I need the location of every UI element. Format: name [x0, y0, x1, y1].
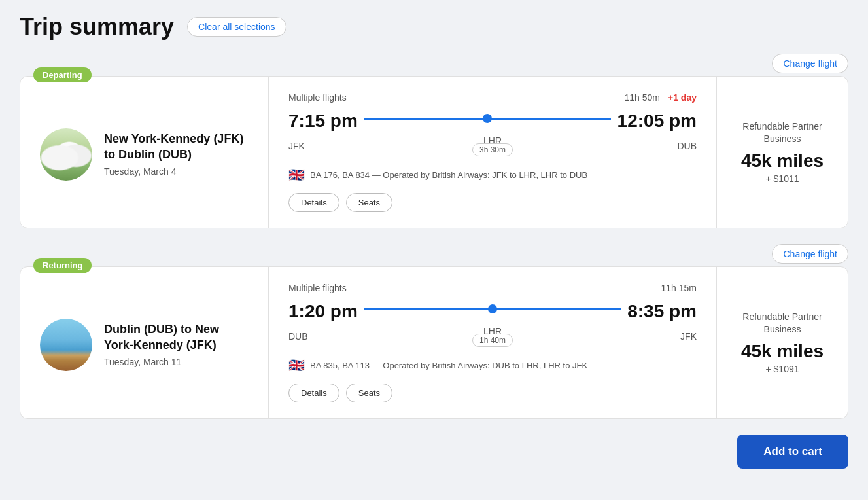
returning-section: Change flight Returning Dublin (DUB) to … — [20, 244, 848, 419]
returning-flight-card: Returning Dublin (DUB) to New York-Kenne… — [20, 266, 848, 419]
add-to-cart-button[interactable]: Add to cart — [737, 435, 848, 469]
departing-cash: + $1011 — [766, 173, 799, 184]
returning-cash: + $1091 — [766, 364, 799, 374]
returning-details-button[interactable]: Details — [288, 384, 339, 402]
returning-cabin-class: Refundable Partner Business — [730, 311, 835, 336]
departing-section: Change flight Departing New York-Kennedy… — [20, 54, 848, 228]
departing-times-row: 7:15 pm 12:05 pm — [288, 111, 697, 132]
departing-duration: 11h 50m — [625, 92, 660, 103]
page-header: Trip summary Clear all selections — [20, 13, 848, 41]
british-airways-icon-return: 🇬🇧 — [288, 357, 305, 373]
departing-dot — [483, 114, 492, 123]
change-flight-button-return[interactable]: Change flight — [772, 244, 848, 264]
returning-card-right: Refundable Partner Business 45k miles + … — [717, 267, 848, 418]
british-airways-icon-depart: 🇬🇧 — [288, 167, 305, 183]
departing-depart-airport: JFK — [288, 141, 315, 151]
change-flight-row-return: Change flight — [20, 244, 848, 264]
departing-airline-text: BA 176, BA 834 — Operated by British Air… — [310, 170, 587, 180]
departing-miles: 45k miles — [741, 151, 824, 171]
returning-destination-image — [40, 319, 92, 371]
returning-airline-text: BA 835, BA 113 — Operated by British Air… — [310, 361, 587, 370]
returning-stopover-duration: 1h 40m — [472, 334, 513, 347]
returning-destination-info: Dublin (DUB) to New York-Kennedy (JFK) T… — [104, 322, 249, 367]
returning-airports-row: DUB LHR 1h 40m JFK — [288, 326, 697, 347]
returning-route: Dublin (DUB) to New York-Kennedy (JFK) — [104, 322, 249, 353]
returning-card-middle: Multiple flights 11h 15m 1:20 pm 8:35 pm… — [269, 267, 717, 418]
departing-arrive-airport: DUB — [670, 141, 697, 151]
departing-cabin-class: Refundable Partner Business — [730, 120, 835, 146]
returning-card-left: Dublin (DUB) to New York-Kennedy (JFK) T… — [20, 267, 269, 418]
departing-arrive-time: 12:05 pm — [617, 111, 697, 132]
departing-badge: Departing — [33, 67, 92, 82]
departing-airline-info: 🇬🇧 BA 176, BA 834 — Operated by British … — [288, 167, 697, 183]
departing-action-btns: Details Seats — [288, 193, 697, 212]
departing-stopover-duration: 3h 30m — [472, 143, 513, 156]
departing-airports-row: JFK LHR 3h 30m DUB — [288, 135, 697, 156]
returning-line — [364, 308, 621, 310]
clear-all-button[interactable]: Clear all selections — [187, 17, 286, 37]
returning-flight-line — [358, 308, 627, 315]
departing-destination-info: New York-Kennedy (JFK) to Dublin (DUB) T… — [104, 132, 249, 177]
departing-card-left: New York-Kennedy (JFK) to Dublin (DUB) T… — [20, 77, 269, 228]
departing-route: New York-Kennedy (JFK) to Dublin (DUB) — [104, 132, 249, 162]
returning-arrive-airport: JFK — [670, 331, 697, 342]
returning-dot — [488, 304, 497, 313]
departing-card-right: Refundable Partner Business 45k miles + … — [717, 77, 848, 228]
departing-details-button[interactable]: Details — [288, 193, 339, 212]
departing-destination-image — [40, 128, 92, 181]
departing-flight-line — [358, 118, 617, 125]
returning-duration: 11h 15m — [661, 283, 697, 293]
departing-meta-top: Multiple flights 11h 50m +1 day — [288, 92, 697, 103]
change-flight-button-depart[interactable]: Change flight — [772, 54, 848, 73]
departing-date: Tuesday, March 4 — [104, 166, 249, 177]
departing-depart-time: 7:15 pm — [288, 111, 358, 132]
returning-seats-button[interactable]: Seats — [346, 384, 392, 402]
page-title: Trip summary — [20, 13, 174, 41]
returning-badge: Returning — [33, 258, 92, 273]
returning-times-row: 1:20 pm 8:35 pm — [288, 301, 697, 322]
returning-meta-top: Multiple flights 11h 15m — [288, 283, 697, 293]
returning-action-btns: Details Seats — [288, 384, 697, 402]
departing-flight-card: Departing New York-Kennedy (JFK) to Dubl… — [20, 76, 848, 228]
change-flight-row-depart: Change flight — [20, 54, 848, 73]
returning-multiple-flights: Multiple flights — [288, 283, 347, 293]
departing-multiple-flights: Multiple flights — [288, 92, 347, 103]
departing-duration-info: 11h 50m +1 day — [625, 92, 697, 103]
departing-plus-day: +1 day — [668, 92, 697, 103]
page-footer: Add to cart — [20, 435, 848, 469]
departing-seats-button[interactable]: Seats — [346, 193, 392, 212]
returning-duration-info: 11h 15m — [661, 283, 697, 293]
departing-card-middle: Multiple flights 11h 50m +1 day 7:15 pm … — [269, 77, 717, 228]
returning-date: Tuesday, March 11 — [104, 357, 249, 367]
returning-depart-airport: DUB — [288, 331, 315, 342]
returning-depart-time: 1:20 pm — [288, 301, 358, 322]
departing-line — [364, 118, 611, 120]
returning-miles: 45k miles — [741, 342, 824, 362]
returning-airline-info: 🇬🇧 BA 835, BA 113 — Operated by British … — [288, 357, 697, 373]
returning-arrive-time: 8:35 pm — [627, 301, 697, 322]
